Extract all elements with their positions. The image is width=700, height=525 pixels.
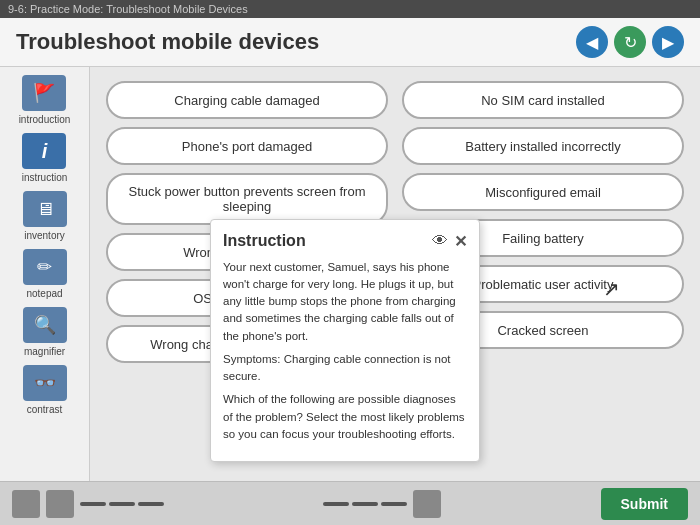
sidebar-label-contrast: contrast <box>27 404 63 415</box>
instruction-popup: Instruction 👁 ✕ Your next customer, Samu… <box>210 219 480 463</box>
option-battery-incorrectly[interactable]: Battery installed incorrectly <box>402 127 684 165</box>
bottom-right-dots <box>323 490 441 518</box>
dot-icon-2 <box>46 490 74 518</box>
back-button[interactable]: ◀ <box>576 26 608 58</box>
dot-icon-1 <box>12 490 40 518</box>
cursor-pointer: ↗ <box>603 277 620 301</box>
eye-icon[interactable]: 👁 <box>432 232 448 250</box>
sidebar-label-introduction: introduction <box>19 114 71 125</box>
header: Troubleshoot mobile devices ◀ ↻ ▶ <box>0 18 700 67</box>
option-charging-cable-damaged[interactable]: Charging cable damaged <box>106 81 388 119</box>
sidebar-label-inventory: inventory <box>24 230 65 241</box>
popup-body1: Your next customer, Samuel, says his pho… <box>223 259 467 345</box>
monitor-icon: 🖥 <box>23 191 67 227</box>
sidebar-item-contrast[interactable]: 👓 contrast <box>23 365 67 415</box>
main-layout: 🚩 introduction i instruction 🖥 inventory… <box>0 67 700 512</box>
submit-button[interactable]: Submit <box>601 488 688 520</box>
popup-header: Instruction 👁 ✕ <box>223 232 467 251</box>
popup-title: Instruction <box>223 232 306 250</box>
bottom-bar: Submit <box>0 481 700 525</box>
option-stuck-power-button[interactable]: Stuck power button prevents screen from … <box>106 173 388 225</box>
dash-5 <box>352 502 378 506</box>
forward-button[interactable]: ▶ <box>652 26 684 58</box>
close-button[interactable]: ✕ <box>454 232 467 251</box>
dash-4 <box>323 502 349 506</box>
sidebar-label-magnifier: magnifier <box>24 346 65 357</box>
sidebar: 🚩 introduction i instruction 🖥 inventory… <box>0 67 90 512</box>
sidebar-item-introduction[interactable]: 🚩 introduction <box>19 75 71 125</box>
info-icon: i <box>22 133 66 169</box>
page-title: Troubleshoot mobile devices <box>16 29 319 55</box>
popup-body3: Which of the following are possible diag… <box>223 391 467 443</box>
dash-6 <box>381 502 407 506</box>
search-icon: 🔍 <box>23 307 67 343</box>
dash-group-right <box>323 502 407 506</box>
dash-group-left <box>80 502 164 506</box>
refresh-button[interactable]: ↻ <box>614 26 646 58</box>
popup-body2: Symptoms: Charging cable connection is n… <box>223 351 467 386</box>
sidebar-label-instruction: instruction <box>22 172 68 183</box>
content-area: Charging cable damaged Phone's port dama… <box>90 67 700 512</box>
dash-3 <box>138 502 164 506</box>
sidebar-label-notepad: notepad <box>26 288 62 299</box>
glasses-icon: 👓 <box>23 365 67 401</box>
dash-2 <box>109 502 135 506</box>
dot-icon-3 <box>413 490 441 518</box>
sidebar-item-instruction[interactable]: i instruction <box>22 133 68 183</box>
popup-controls: 👁 ✕ <box>432 232 467 251</box>
dash-1 <box>80 502 106 506</box>
header-nav: ◀ ↻ ▶ <box>576 26 684 58</box>
sidebar-item-magnifier[interactable]: 🔍 magnifier <box>23 307 67 357</box>
option-misconfigured-email[interactable]: Misconfigured email <box>402 173 684 211</box>
option-phones-port-damaged[interactable]: Phone's port damaged <box>106 127 388 165</box>
bottom-left-dots <box>12 490 164 518</box>
flag-icon: 🚩 <box>22 75 66 111</box>
top-bar-title: 9-6: Practice Mode: Troubleshoot Mobile … <box>8 3 248 15</box>
sidebar-item-inventory[interactable]: 🖥 inventory <box>23 191 67 241</box>
sidebar-item-notepad[interactable]: ✏ notepad <box>23 249 67 299</box>
option-no-sim[interactable]: No SIM card installed <box>402 81 684 119</box>
pencil-icon: ✏ <box>23 249 67 285</box>
top-bar: 9-6: Practice Mode: Troubleshoot Mobile … <box>0 0 700 18</box>
